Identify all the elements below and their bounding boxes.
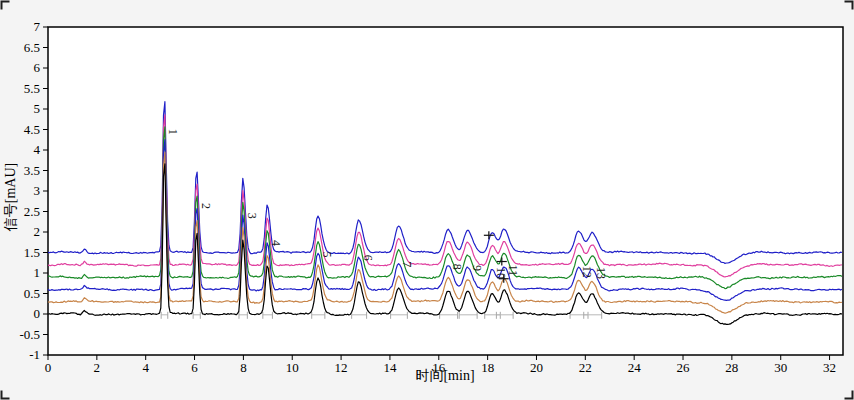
x-tick-label: 24 <box>628 360 642 375</box>
y-tick-label: 4 <box>34 142 41 157</box>
y-tick-label: -0.5 <box>19 327 40 342</box>
peak-label-5: 5 <box>320 251 334 257</box>
peak-label-4: 4 <box>269 240 283 246</box>
x-tick-label: 14 <box>383 360 397 375</box>
peak-label-12: 12 <box>580 266 594 278</box>
y-tick-label: -1 <box>29 347 40 362</box>
peak-label-11: 11 <box>506 265 520 277</box>
y-tick-label: 2.5 <box>24 204 40 219</box>
peak-label-8: 8 <box>450 264 464 270</box>
chromatogram-window: -1-0.500.511.522.533.544.555.566.57 0246… <box>0 0 854 400</box>
peak-label-2: 2 <box>198 203 212 209</box>
y-tick-label: 3 <box>34 183 41 198</box>
chromatogram-chart: -1-0.500.511.522.533.544.555.566.57 0246… <box>0 0 854 400</box>
y-tick-label: 5.5 <box>24 81 40 96</box>
peak-label-1: 1 <box>166 129 180 135</box>
y-tick-label: 0.5 <box>24 286 40 301</box>
x-tick-label: 20 <box>530 360 543 375</box>
x-tick-label: 0 <box>45 360 52 375</box>
x-axis-title: 时间[min] <box>415 368 474 383</box>
y-tick-label: 6 <box>34 60 41 75</box>
x-tick-label: 28 <box>725 360 738 375</box>
peak-label-7: 7 <box>400 261 414 267</box>
x-tick-label: 6 <box>191 360 198 375</box>
y-tick-label: 4.5 <box>24 122 40 137</box>
x-tick-label: 30 <box>774 360 787 375</box>
x-tick-label: 12 <box>335 360 348 375</box>
y-axis-title: 信号[mAU] <box>3 163 18 232</box>
y-tick-label: 5 <box>34 101 41 116</box>
peak-label-3: 3 <box>245 213 259 219</box>
y-tick-label: 6.5 <box>24 40 40 55</box>
y-tick-label: 2 <box>34 224 41 239</box>
x-tick-label: 2 <box>94 360 101 375</box>
x-tick-label: 26 <box>677 360 691 375</box>
peak-label-13: 13 <box>594 267 608 279</box>
x-tick-label: 18 <box>481 360 494 375</box>
peak-label-6: 6 <box>361 255 375 261</box>
peak-label-9: 9 <box>470 265 484 271</box>
y-tick-label: 3.5 <box>24 163 40 178</box>
y-tick-label: 7 <box>34 19 41 34</box>
y-tick-label: 0 <box>34 306 41 321</box>
x-tick-label: 22 <box>579 360 592 375</box>
y-tick-label: 1 <box>34 265 41 280</box>
y-tick-label: 1.5 <box>24 245 40 260</box>
peak-label-10: 10 <box>494 267 508 279</box>
x-tick-label: 4 <box>142 360 149 375</box>
x-tick-label: 8 <box>240 360 247 375</box>
x-tick-label: 32 <box>823 360 836 375</box>
x-tick-label: 10 <box>286 360 299 375</box>
